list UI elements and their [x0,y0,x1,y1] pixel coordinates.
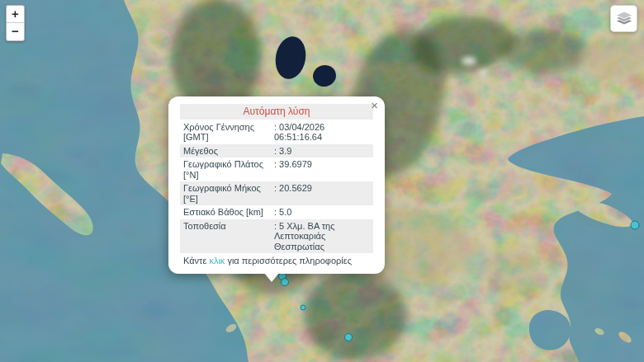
table-row: Μέγεθος : 3.9 [180,144,373,158]
earthquake-marker[interactable] [631,221,640,230]
earthquake-marker[interactable] [344,333,353,341]
earthquake-marker[interactable] [301,305,306,311]
popup-title: Αυτόματη λύση [180,104,373,120]
row-value: : 20.5629 [271,181,373,205]
row-value: : 03/04/2026 06:51:16.64 [271,120,373,144]
zoom-control: + − [6,5,25,41]
popup-tail [264,273,279,282]
table-row: Εστιακό Βάθος [km] : 5.0 [180,205,373,219]
more-info-link[interactable]: κλικ [209,256,225,266]
popup-table: Χρόνος Γέννησης [GMT] : 03/04/2026 06:51… [180,120,373,254]
row-label: Γεωγραφικό Μήκος [°E] [180,181,271,205]
footer-text-pre: Κάντε [183,256,209,266]
popup-close-icon[interactable]: × [371,99,378,111]
zoom-out-button[interactable]: − [7,23,24,40]
layers-icon [615,11,633,26]
row-label: Γεωγραφικό Πλάτος [°N] [180,157,271,181]
row-value: : 39.6979 [271,157,373,181]
row-value: : 3.9 [271,144,373,158]
table-row: Τοποθεσία : 5 Χλμ. ΒΑ της Λεπτοκαριάς Θε… [180,219,373,254]
row-value: : 5.0 [271,205,373,219]
table-row: Γεωγραφικό Πλάτος [°N] : 39.6979 [180,157,373,181]
earthquake-popup: × Αυτόματη λύση Χρόνος Γέννησης [GMT] : … [168,96,385,274]
table-row: Χρόνος Γέννησης [GMT] : 03/04/2026 06:51… [180,120,373,144]
layers-button[interactable] [610,5,637,32]
row-value: : 5 Χλμ. ΒΑ της Λεπτοκαριάς Θεσπρωτίας [271,219,373,254]
table-row: Γεωγραφικό Μήκος [°E] : 20.5629 [180,181,373,205]
zoom-in-button[interactable]: + [7,6,24,23]
row-label: Εστιακό Βάθος [km] [180,205,271,219]
row-label: Μέγεθος [180,144,271,158]
popup-footer: Κάντε κλικ για περισσότερες πληροφορίες [180,253,373,268]
row-label: Χρόνος Γέννησης [GMT] [180,120,271,144]
earthquake-marker[interactable] [281,278,289,286]
row-label: Τοποθεσία [180,219,271,254]
footer-text-post: για περισσότερες πληροφορίες [225,256,352,266]
map-viewport[interactable]: + − × Αυτόματη λύση Χρόνος Γέννησης [GMT… [0,0,644,362]
